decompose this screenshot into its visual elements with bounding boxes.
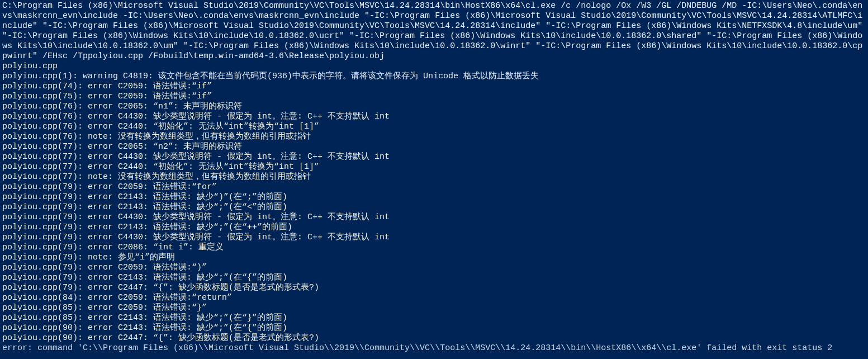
- compiler-line: polyiou.cpp(76): error C4430: 缺少类型说明符 - …: [2, 112, 390, 121]
- compiler-line: polyiou.cpp(77): error C2065: “n2”: 未声明的…: [2, 142, 242, 152]
- source-file: polyiou.cpp: [2, 62, 58, 71]
- compiler-line: polyiou.cpp(79): error C2143: 语法错误: 缺少“;…: [2, 273, 287, 282]
- compiler-command: C:\Program Files (x86)\Microsoft Visual …: [2, 1, 867, 61]
- compiler-line: polyiou.cpp(90): error C2143: 语法错误: 缺少“;…: [2, 323, 287, 333]
- compiler-line: polyiou.cpp(77): error C2440: “初始化”: 无法从…: [2, 162, 319, 172]
- compiler-line: polyiou.cpp(1): warning C4819: 该文件包含不能在当…: [2, 72, 539, 81]
- compiler-line: polyiou.cpp(79): error C2143: 语法错误: 缺少“)…: [2, 192, 287, 202]
- compiler-line: polyiou.cpp(90): error C2447: “{”: 缺少函数标…: [2, 333, 319, 343]
- compiler-line: polyiou.cpp(79): error C4430: 缺少类型说明符 - …: [2, 212, 390, 222]
- compiler-line: polyiou.cpp(85): error C2059: 语法错误:“}”: [2, 303, 207, 313]
- compiler-line: polyiou.cpp(79): error C2447: “{”: 缺少函数标…: [2, 283, 319, 292]
- compiler-line: polyiou.cpp(79): error C2143: 语法错误: 缺少“;…: [2, 223, 292, 232]
- compiler-messages: polyiou.cpp(1): warning C4819: 该文件包含不能在当…: [2, 72, 539, 343]
- final-error: error: command 'C:\\Program Files (x86)\…: [2, 343, 832, 353]
- compiler-line: polyiou.cpp(76): error C2065: “n1”: 未声明的…: [2, 102, 242, 111]
- compiler-line: polyiou.cpp(79): error C2143: 语法错误: 缺少“;…: [2, 202, 287, 212]
- compiler-line: polyiou.cpp(84): error C2059: 语法错误:“retu…: [2, 293, 232, 303]
- compiler-line: polyiou.cpp(79): error C4430: 缺少类型说明符 - …: [2, 233, 390, 242]
- compiler-line: polyiou.cpp(77): error C4430: 缺少类型说明符 - …: [2, 152, 390, 162]
- compiler-line: polyiou.cpp(79): error C2086: “int i”: 重…: [2, 243, 224, 252]
- compiler-line: polyiou.cpp(76): error C2440: “初始化”: 无法从…: [2, 122, 319, 131]
- compiler-line: polyiou.cpp(79): note: 参见“i”的声明: [2, 253, 175, 262]
- compiler-line: polyiou.cpp(85): error C2143: 语法错误: 缺少“;…: [2, 313, 287, 323]
- compiler-line: polyiou.cpp(79): error C2059: 语法错误:“)”: [2, 263, 207, 272]
- compiler-line: polyiou.cpp(74): error C2059: 语法错误:“if”: [2, 82, 212, 91]
- compiler-line: polyiou.cpp(79): error C2059: 语法错误:“for”: [2, 182, 217, 192]
- compiler-line: polyiou.cpp(75): error C2059: 语法错误:“if”: [2, 92, 212, 101]
- compiler-line: polyiou.cpp(77): note: 没有转换为数组类型，但有转换为数组…: [2, 172, 311, 182]
- terminal-output[interactable]: C:\Program Files (x86)\Microsoft Visual …: [0, 0, 868, 355]
- compiler-line: polyiou.cpp(76): note: 没有转换为数组类型，但有转换为数组…: [2, 132, 311, 141]
